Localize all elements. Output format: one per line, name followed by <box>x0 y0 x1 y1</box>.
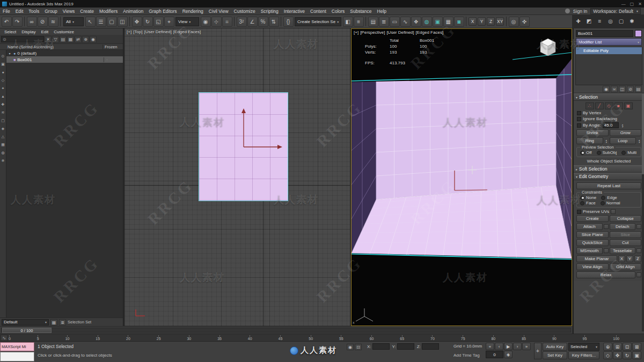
track-bar[interactable]: ∿ 05101520253035404550556065707580859095… <box>0 334 644 341</box>
angle-field[interactable]: 45.0 <box>603 122 619 128</box>
menu-item-customize[interactable]: Customize <box>231 8 258 14</box>
select-and-move-icon[interactable]: ✥ <box>132 17 142 27</box>
search-input[interactable] <box>8 36 42 42</box>
command-panel-scrollbar[interactable] <box>642 94 644 331</box>
toggle-ribbon-icon[interactable]: ▭ <box>390 17 400 27</box>
display-influences-icon[interactable]: ▦ <box>67 36 74 43</box>
selection-region-icon[interactable]: ▢ <box>107 17 117 27</box>
zoom-icon[interactable]: ⊕ <box>603 343 612 351</box>
frozen-cell[interactable]: · <box>104 57 123 62</box>
menu-item-graph-editors[interactable]: Graph Editors <box>146 8 179 14</box>
lock-cell-editing-icon[interactable]: ◉ <box>90 36 97 43</box>
scrollbar-thumb[interactable] <box>642 94 644 174</box>
timeline-tick[interactable]: 55 <box>339 335 343 341</box>
schematic-view-icon[interactable]: ❖ <box>411 17 421 27</box>
preserve-uvs-settings-button[interactable] <box>611 209 616 214</box>
go-to-start-button[interactable]: « <box>486 343 494 350</box>
attach-settings-button[interactable] <box>604 224 609 229</box>
create-button[interactable]: Create <box>576 215 609 222</box>
keyboard-override-icon[interactable]: ⌗ <box>222 17 232 27</box>
display-groups-icon[interactable]: ▢ <box>1 117 6 124</box>
pan-icon[interactable]: ✥ <box>613 351 622 359</box>
timeline-tick[interactable]: 100 <box>613 335 619 341</box>
time-slider[interactable]: 0 / 100 <box>0 326 572 334</box>
modifier-stack-item[interactable]: Editable Poly <box>576 47 642 54</box>
rollout-edit-geometry-header[interactable]: ▾ Edit Geometry <box>574 173 644 180</box>
modifier-list-dropdown[interactable]: Modifier List ▾ <box>576 38 642 46</box>
maxscript-mini-listener[interactable]: MAXScript Mi <box>0 342 34 351</box>
timeline-tick[interactable]: 0 <box>9 335 11 341</box>
rollout-soft-selection-header[interactable]: ▸ Soft Selection <box>574 165 644 173</box>
timeline-tick[interactable]: 30 <box>187 335 191 341</box>
current-frame-field[interactable]: 0 <box>486 351 503 358</box>
selection-lock-toggle[interactable]: ◉ <box>347 344 354 350</box>
angle-spinner[interactable]: ▴▾ <box>620 123 625 128</box>
grow-button[interactable]: Grow <box>610 129 642 136</box>
display-shapes-icon[interactable]: ◇ <box>1 77 6 84</box>
column-header-name[interactable]: Name (Sorted Ascending) <box>0 45 103 49</box>
mirror-icon[interactable]: ◧ <box>343 17 353 27</box>
select-object-icon[interactable]: ↖ <box>85 17 96 27</box>
distant-box-object[interactable] <box>540 39 555 56</box>
time-slider-track[interactable] <box>1 328 571 333</box>
display-xrefs-icon[interactable]: ◈ <box>1 125 6 132</box>
render-production-icon[interactable]: ◙ <box>454 17 464 27</box>
selection-set-dropdown[interactable]: Default ▾ <box>2 319 49 326</box>
display-materials-icon[interactable]: ◍ <box>1 150 6 156</box>
zoom-all-icon[interactable]: ⊞ <box>613 343 622 351</box>
select-and-place-icon[interactable]: ⌖ <box>164 17 174 27</box>
explorer-menu-select[interactable]: Select <box>2 28 18 35</box>
timeline-tick[interactable]: 25 <box>157 335 161 341</box>
timeline-tick[interactable]: 15 <box>96 335 100 341</box>
edge-mode-icon[interactable]: ╱ <box>595 102 604 109</box>
show-end-result-icon[interactable]: ≍ <box>611 86 618 92</box>
render-setup-icon[interactable]: ▣ <box>433 17 443 27</box>
z-coordinate-field[interactable] <box>422 343 439 350</box>
border-mode-icon[interactable]: ◇ <box>605 102 613 109</box>
tab-motion[interactable]: ◎ <box>606 18 614 26</box>
pin-stack-icon[interactable]: ◉ <box>603 86 610 92</box>
viewport-user-defined-label[interactable]: [User Defined] <box>144 29 171 34</box>
object-row-box001[interactable]: ■ Box001 · <box>6 56 123 63</box>
select-and-link-icon[interactable]: ∞ <box>27 17 37 27</box>
close-button[interactable]: ✕ <box>638 2 642 6</box>
sign-in-button[interactable]: Sign In <box>573 9 587 14</box>
minimize-button[interactable]: — <box>621 2 626 6</box>
relax-button[interactable]: Relax <box>576 271 635 278</box>
preview-off-radio[interactable] <box>580 151 584 155</box>
zoom-extents-all-icon[interactable]: ⊠ <box>632 343 641 351</box>
ignore-backfacing-checkbox[interactable] <box>577 117 581 121</box>
display-cameras-icon[interactable]: ▲ <box>1 93 6 100</box>
collapse-arrow-icon[interactable]: ▾ <box>8 51 12 55</box>
collapse-button[interactable]: Collapse <box>610 215 642 222</box>
by-angle-checkbox[interactable] <box>577 123 581 128</box>
select-and-rotate-icon[interactable]: ↻ <box>143 17 153 27</box>
display-frozen-icon[interactable]: ❄ <box>1 158 6 164</box>
layer-row[interactable]: ▾ ● 0 (default) <box>6 50 123 56</box>
grid-align-button[interactable]: Grid Align <box>610 263 642 270</box>
viewport-shading-label[interactable]: [Edged Faces] <box>416 30 444 35</box>
edit-named-selections-icon[interactable]: {} <box>283 17 294 27</box>
constraint-none-radio[interactable] <box>580 196 584 200</box>
tessellate-settings-button[interactable] <box>636 248 641 253</box>
reference-coordinate-dropdown[interactable]: View▾ <box>175 17 199 26</box>
attach-button[interactable]: Attach <box>576 223 603 230</box>
tab-display[interactable]: ▢ <box>617 18 625 26</box>
toggle-layer-explorer-icon[interactable]: ≣ <box>379 17 389 27</box>
menu-item-civil-view[interactable]: Civil View <box>206 8 231 14</box>
spinner-down-icon[interactable]: ▾ <box>637 141 641 143</box>
named-selection-dropdown[interactable]: Create Selection Se▾ <box>295 17 341 26</box>
explorer-find-icon[interactable]: ⊙ <box>1 53 6 60</box>
next-frame-button[interactable]: › <box>513 343 522 350</box>
preview-subobj-radio[interactable] <box>597 151 601 155</box>
constraint-normal-radio[interactable] <box>601 201 605 205</box>
auto-key-button[interactable]: Auto Key <box>543 343 567 351</box>
planar-z-button[interactable]: Z <box>634 255 641 262</box>
timeline-tick[interactable]: 80 <box>491 335 495 341</box>
display-helpers-icon[interactable]: ✚ <box>1 101 6 108</box>
by-vertex-checkbox[interactable] <box>577 111 581 115</box>
workspace-selector[interactable]: Workspace: Default ▾ <box>590 8 641 14</box>
viewport-top[interactable]: [+] [Top] [User Defined] [Edged Faces] <box>125 28 350 326</box>
selection-filter-dropdown[interactable]: All▾ <box>63 17 84 26</box>
ring-spinner[interactable]: ▴▾ <box>604 139 609 143</box>
